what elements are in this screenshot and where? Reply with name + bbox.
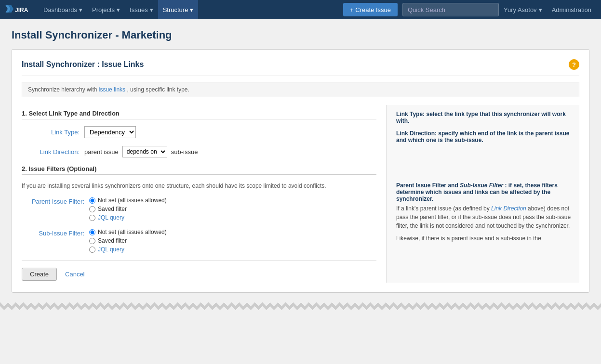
page-content: Install Synchronizer - Marketing Install… bbox=[0, 19, 601, 302]
link-type-select[interactable]: Dependency bbox=[84, 126, 136, 138]
parent-filter-options: Not set (all issues allowed) Saved filte… bbox=[89, 197, 167, 221]
sub-filter-group: Sub-Issue Filter: Not set (all issues al… bbox=[22, 229, 376, 253]
chevron-icon: ▾ bbox=[79, 6, 82, 13]
nav-dashboards[interactable]: Dashboards ▾ bbox=[39, 0, 87, 19]
nav-issues[interactable]: Issues ▾ bbox=[125, 0, 158, 19]
right-filter-desc2: Likewise, if there is a parent issue and… bbox=[396, 234, 579, 243]
sub-filter-options: Not set (all issues allowed) Saved filte… bbox=[89, 229, 167, 253]
section1-heading: 1. Select Link Type and Direction bbox=[22, 110, 376, 119]
parent-filter-notset[interactable]: Not set (all issues allowed) bbox=[89, 197, 167, 204]
zigzag-border bbox=[0, 302, 601, 310]
quick-search-input[interactable] bbox=[402, 3, 499, 16]
bottom-buttons: Create Cancel bbox=[22, 260, 376, 283]
right-filter-title: Parent Issue Filter and Sub-Issue Filter… bbox=[396, 182, 579, 202]
section2-heading: 2. Issue Filters (Optional) bbox=[22, 165, 376, 175]
link-type-label: Link Type: bbox=[22, 129, 80, 136]
svg-text:JIRA: JIRA bbox=[15, 7, 28, 13]
nav-right: + Create Issue Yury Asotov ▾ Administrat… bbox=[343, 0, 596, 19]
nav-structure[interactable]: Structure ▾ bbox=[158, 0, 199, 19]
help-icon[interactable]: ? bbox=[569, 59, 579, 70]
parent-filter-saved[interactable]: Saved filter bbox=[89, 206, 167, 212]
main-panel: Install Synchronizer : Issue Links ? Syn… bbox=[12, 49, 589, 293]
parent-filter-label: Parent Issue Filter: bbox=[22, 197, 84, 221]
chevron-icon: ▾ bbox=[117, 6, 120, 13]
link-type-row: Link Type: Dependency bbox=[22, 126, 376, 138]
chevron-icon: ▾ bbox=[539, 6, 542, 13]
sub-filter-notset[interactable]: Not set (all issues allowed) bbox=[89, 229, 167, 235]
description-box: Synchronize hierarchy with issue links ,… bbox=[22, 82, 579, 97]
jira-logo[interactable]: JIRA bbox=[5, 3, 34, 16]
create-issue-button[interactable]: + Create Issue bbox=[343, 3, 398, 16]
cancel-button[interactable]: Cancel bbox=[63, 268, 87, 280]
panel-title: Install Synchronizer : Issue Links bbox=[22, 60, 144, 69]
top-navbar: JIRA Dashboards ▾ Projects ▾ Issues ▾ St… bbox=[0, 0, 601, 19]
left-column: 1. Select Link Type and Direction Link T… bbox=[22, 105, 387, 283]
parent-filter-jql[interactable]: JQL query bbox=[89, 214, 167, 221]
chevron-icon: ▾ bbox=[190, 6, 193, 13]
link-direction-label: Link Direction: bbox=[22, 148, 80, 156]
panel-header: Install Synchronizer : Issue Links ? bbox=[22, 59, 579, 76]
page-title: Install Synchronizer - Marketing bbox=[12, 29, 589, 41]
user-menu[interactable]: Yury Asotov ▾ bbox=[499, 0, 547, 19]
right-link-type-title: Link Type: select the link type that thi… bbox=[396, 111, 579, 124]
section2-description: If you are installing several links sync… bbox=[22, 182, 376, 190]
right-filter-desc: If a link's parent issue (as defined by … bbox=[396, 204, 579, 230]
sub-filter-saved[interactable]: Saved filter bbox=[89, 237, 167, 244]
depends-on-select[interactable]: depends on bbox=[122, 146, 167, 157]
link-direction-row: Link Direction: parent issue depends on … bbox=[22, 146, 376, 157]
parent-filter-group: Parent Issue Filter: Not set (all issues… bbox=[22, 197, 376, 221]
right-column: Link Type: select the link type that thi… bbox=[387, 105, 579, 283]
sub-filter-jql[interactable]: JQL query bbox=[89, 246, 167, 253]
sub-filter-label: Sub-Issue Filter: bbox=[22, 229, 84, 253]
two-column-layout: 1. Select Link Type and Direction Link T… bbox=[22, 105, 579, 283]
link-direction-controls: parent issue depends on sub-issue bbox=[84, 146, 198, 157]
admin-link[interactable]: Administration bbox=[547, 0, 596, 19]
create-button[interactable]: Create bbox=[22, 268, 57, 281]
nav-projects[interactable]: Projects ▾ bbox=[87, 0, 125, 19]
chevron-icon: ▾ bbox=[150, 6, 153, 13]
right-link-direction-title: Link Direction: specify which end of the… bbox=[396, 130, 579, 143]
